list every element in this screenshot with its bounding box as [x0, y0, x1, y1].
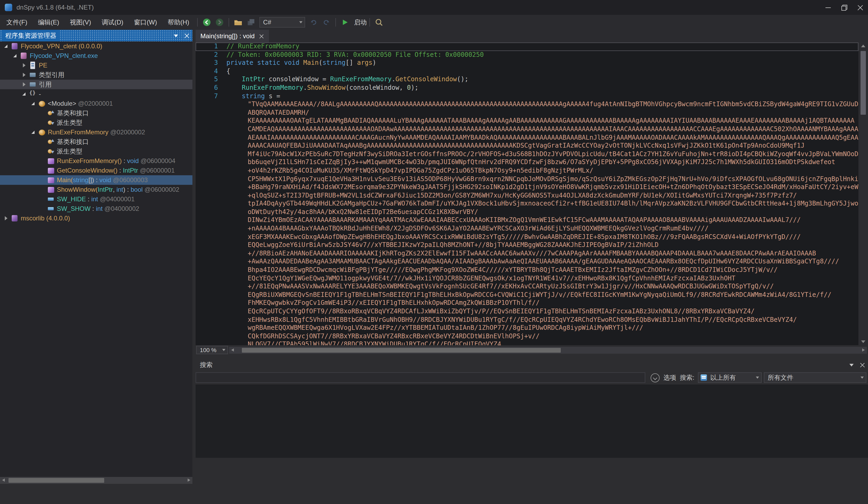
line-number: [196, 117, 226, 125]
string-literal-line: Mf4iUc79AbcW1XzPEbSuRc7DTegHzNf3wySiDROa…: [226, 150, 858, 158]
menu-item-5[interactable]: 帮助(H): [162, 15, 195, 30]
code-line: 3private static void Main(string[] args): [196, 59, 858, 67]
tree-node[interactable]: PE: [0, 61, 193, 70]
expander-icon[interactable]: [20, 80, 29, 89]
open-file-button[interactable]: [232, 16, 245, 29]
menu-item-2[interactable]: 视图(V): [64, 15, 96, 30]
expander-icon[interactable]: [2, 213, 11, 223]
expander-icon[interactable]: [20, 89, 29, 99]
save-module-button[interactable]: [245, 16, 257, 29]
tree-node[interactable]: 引用: [0, 80, 193, 89]
tree-node[interactable]: ShowWindow(IntPtr, int) : bool @06000002: [0, 185, 193, 195]
scroll-down-icon[interactable]: [858, 338, 868, 345]
language-combo[interactable]: C#: [259, 17, 305, 28]
scroll-up-icon[interactable]: [858, 42, 868, 50]
undo-button[interactable]: [307, 16, 320, 29]
expander-icon[interactable]: [20, 61, 29, 70]
scrollbar-thumb[interactable]: [9, 478, 104, 483]
assembly-explorer-header[interactable]: 程序集资源管理器: [0, 30, 193, 41]
scroll-left-icon[interactable]: [229, 347, 237, 354]
scroll-right-icon[interactable]: [185, 477, 193, 484]
scrollbar-track[interactable]: [237, 347, 859, 354]
tree-node[interactable]: Flycode_VPN_clent (0.0.0.0): [0, 41, 193, 51]
editor-vertical-scrollbar[interactable]: [858, 42, 868, 345]
expander-icon[interactable]: [29, 99, 38, 108]
navigate-back-button[interactable]: [200, 16, 213, 29]
tree-node[interactable]: RunExeFromMemory() : void @06000004: [0, 156, 193, 166]
tree-node[interactable]: 派生类型: [0, 147, 193, 156]
menu-item-0[interactable]: 文件(F): [1, 15, 33, 30]
assembly-tree[interactable]: Flycode_VPN_clent (0.0.0.0)Flycode_VPN_c…: [0, 41, 193, 477]
zoom-combo[interactable]: 100 %: [196, 346, 228, 354]
options-label[interactable]: 选项: [663, 373, 676, 382]
panel-menu-button[interactable]: [171, 31, 181, 40]
zoom-value: 100 %: [197, 347, 219, 353]
tree-node[interactable]: <Module> @02000001: [0, 99, 193, 108]
expander-icon[interactable]: [29, 127, 38, 137]
tree-node-label: @02000002: [108, 128, 145, 136]
line-number: 5: [196, 76, 226, 84]
start-debug-button[interactable]: [339, 16, 351, 29]
scroll-left-icon[interactable]: [0, 477, 8, 484]
panel-close-button[interactable]: [182, 31, 192, 40]
redo-icon: [322, 18, 331, 27]
code-token: [226, 84, 242, 91]
scrollbar-thumb[interactable]: [860, 51, 866, 115]
code-editor[interactable]: 1// RunExeFromMemory2// Token: 0x0600000…: [196, 42, 858, 345]
tree-node[interactable]: SW_HIDE : int @04000001: [0, 195, 193, 204]
options-expander-icon[interactable]: [651, 373, 660, 382]
menu-item-4[interactable]: 窗口(W): [128, 15, 162, 30]
redo-button[interactable]: [320, 16, 333, 29]
restore-button[interactable]: [836, 0, 852, 15]
search-input[interactable]: [196, 372, 645, 383]
tab-main[interactable]: Main(string[]) : void: [196, 30, 269, 42]
scrollbar-track[interactable]: [8, 477, 185, 484]
tree-node-label: SW_HIDE: [57, 196, 86, 203]
string-literal-line: wgRBAmeEQQXWBMEEQwga6X1HVogLVXaw2E4FPz//…: [226, 324, 643, 332]
panel-close-button[interactable]: [857, 360, 867, 370]
line-number: [196, 316, 226, 324]
editor-horizontal-scrollbar[interactable]: [229, 347, 867, 354]
tree-node[interactable]: RunExeFromMemory @02000002: [0, 127, 193, 137]
tree-node[interactable]: 类型引用: [0, 70, 193, 80]
line-number: 4: [196, 67, 226, 76]
tree-node[interactable]: SW_SHOW : int @04000002: [0, 204, 193, 213]
tab-close-icon[interactable]: [259, 34, 264, 39]
title-bar[interactable]: dnSpy v6.1.8 (64-bit, .NET): [0, 0, 868, 15]
chevron-down-icon[interactable]: [297, 18, 304, 27]
navigate-forward-button[interactable]: [213, 16, 226, 29]
start-label[interactable]: 启动: [354, 18, 367, 27]
line-number: [196, 274, 226, 283]
minimize-button[interactable]: [820, 0, 836, 15]
scrollbar-thumb[interactable]: [242, 348, 561, 353]
search-scope-combo[interactable]: 以上所有: [698, 372, 762, 383]
tree-node[interactable]: 派生类型: [0, 118, 193, 127]
tree-node[interactable]: 基类和接口: [0, 108, 193, 118]
panel-menu-button[interactable]: [847, 360, 856, 370]
tree-node[interactable]: -: [0, 89, 193, 99]
code-token: ShowWindow: [307, 84, 345, 91]
search-assemblies-button[interactable]: [373, 16, 385, 29]
string-literal-line: CP5HWWxtX1Pg6yqx7xuqE1QeVHa3H1nvLvSeu3E6…: [226, 175, 858, 183]
tree-node[interactable]: 基类和接口: [0, 137, 193, 147]
code-token: static: [257, 59, 280, 66]
file-filter-combo[interactable]: 所有文件: [764, 372, 866, 383]
tree-horizontal-scrollbar[interactable]: [0, 477, 193, 484]
search-panel-header[interactable]: 搜索: [196, 359, 868, 371]
expander-icon[interactable]: [2, 41, 11, 51]
code-line: KEAAAAAAAAAOAATgELATAAAMgBAADIAQAAAAAALu…: [196, 117, 858, 125]
tree-node[interactable]: Flycode_VPN_clent.exe: [0, 51, 193, 61]
scroll-right-icon[interactable]: [859, 347, 867, 354]
expander-icon[interactable]: [20, 70, 29, 80]
menu-item-3[interactable]: 调试(D): [96, 15, 128, 30]
close-button[interactable]: [852, 0, 868, 15]
chevron-down-icon[interactable]: [219, 346, 227, 354]
tree-node[interactable]: Main(string[]) : void @06000003: [0, 175, 193, 185]
chevron-down-icon[interactable]: [858, 373, 866, 382]
chevron-down-icon[interactable]: [753, 373, 762, 382]
method-icon: [47, 186, 55, 193]
expander-icon[interactable]: [11, 51, 20, 61]
menu-item-1[interactable]: 编辑(E): [33, 15, 64, 30]
tree-node[interactable]: mscorlib (4.0.0.0): [0, 213, 193, 223]
tree-node[interactable]: GetConsoleWindow() : IntPtr @06000001: [0, 166, 193, 175]
